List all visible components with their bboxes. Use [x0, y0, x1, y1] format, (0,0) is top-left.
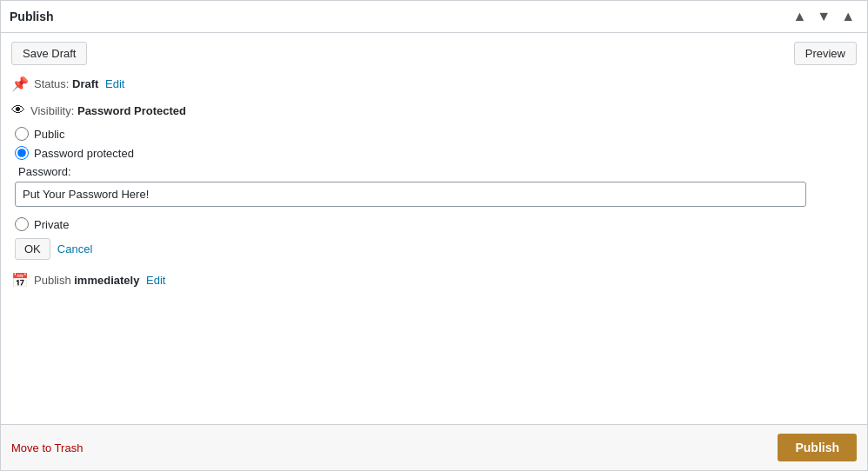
password-input[interactable] — [15, 182, 806, 207]
password-label: Password: — [18, 165, 857, 178]
password-protected-option[interactable]: Password protected — [15, 146, 857, 160]
widget-header: Publish ▲ ▼ ▲ — [1, 1, 867, 33]
private-label: Private — [34, 218, 69, 231]
publish-widget: Publish ▲ ▼ ▲ Save Draft Preview 📌 Statu… — [0, 0, 868, 471]
status-text: Status: Draft Edit — [34, 77, 124, 90]
status-value: Draft — [72, 77, 98, 90]
visibility-options: Public Password protected Password: Priv… — [15, 127, 857, 231]
scroll-down-button[interactable]: ▼ — [813, 8, 834, 25]
visibility-row: 👁 Visibility: Password Protected — [11, 103, 857, 118]
publish-time-row: 📅 Publish immediately Edit — [11, 272, 857, 289]
publish-label: Publish — [34, 274, 74, 287]
private-radio[interactable] — [15, 217, 29, 231]
widget-body: Save Draft Preview 📌 Status: Draft Edit … — [1, 33, 867, 424]
cancel-button[interactable]: Cancel — [57, 242, 92, 255]
public-radio[interactable] — [15, 127, 29, 141]
status-row: 📌 Status: Draft Edit — [11, 76, 857, 92]
move-to-trash-link[interactable]: Move to Trash — [11, 441, 83, 454]
action-row: Save Draft Preview — [11, 42, 857, 65]
preview-button[interactable]: Preview — [794, 42, 857, 65]
public-label: Public — [34, 128, 64, 141]
status-label: Status: — [34, 77, 69, 90]
password-protected-label: Password protected — [34, 147, 134, 160]
publish-time-edit-link[interactable]: Edit — [146, 274, 165, 287]
immediately-label: immediately — [74, 274, 139, 287]
scroll-up-button[interactable]: ▲ — [789, 8, 810, 25]
visibility-value: Password Protected — [77, 104, 186, 117]
status-edit-link[interactable]: Edit — [105, 77, 124, 90]
visibility-text: Visibility: Password Protected — [30, 104, 186, 117]
visibility-label: Visibility: — [30, 104, 74, 117]
widget-footer: Move to Trash Publish — [1, 424, 867, 470]
widget-controls: ▲ ▼ ▲ — [789, 8, 858, 25]
collapse-button[interactable]: ▲ — [838, 8, 858, 25]
pin-icon: 📌 — [11, 76, 29, 92]
password-section: Password: — [15, 165, 857, 214]
eye-icon: 👁 — [11, 103, 25, 118]
ok-button[interactable]: OK — [15, 238, 50, 260]
private-option[interactable]: Private — [15, 217, 857, 231]
ok-cancel-row: OK Cancel — [15, 238, 857, 260]
password-protected-radio[interactable] — [15, 146, 29, 160]
save-draft-button[interactable]: Save Draft — [11, 42, 87, 65]
calendar-icon: 📅 — [11, 272, 29, 289]
publish-button[interactable]: Publish — [778, 434, 857, 461]
publish-time-text: Publish immediately Edit — [34, 274, 165, 287]
widget-title: Publish — [10, 10, 54, 23]
public-option[interactable]: Public — [15, 127, 857, 141]
